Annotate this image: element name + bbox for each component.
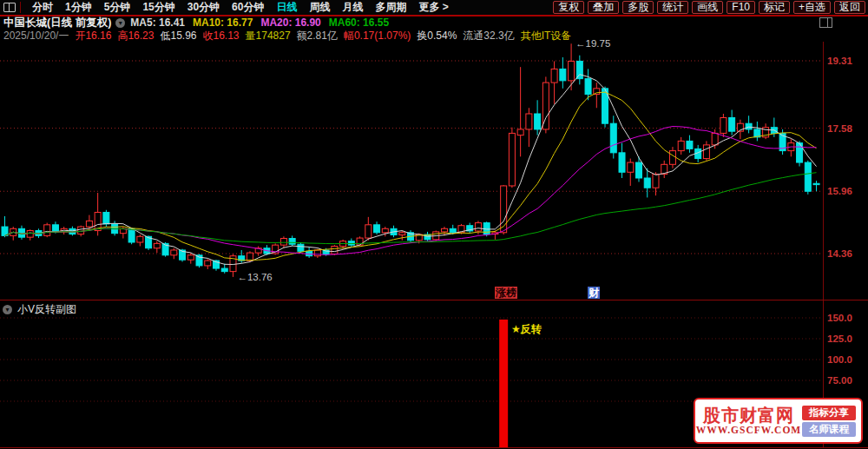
sub-panel-header: ▾ 小V反转副图: [3, 302, 76, 317]
price-axis-label-1: 17.58: [827, 123, 852, 134]
event-marker-0[interactable]: 涨榜: [495, 287, 517, 299]
svg-text:←19.75: ←19.75: [575, 38, 610, 49]
trading-app-window: 分时1分钟5分钟15分钟30分钟60分钟日线周线月线多周期更多 > 复权叠加多股…: [0, 0, 868, 449]
layout-toggle-icon[interactable]: [819, 17, 832, 28]
detail-item-0: 2025/10/20/一: [3, 29, 69, 43]
detail-item-6: 额2.81亿: [297, 29, 338, 43]
period-tab-4[interactable]: 30分钟: [187, 0, 220, 15]
price-axis-label-2: 15.96: [827, 186, 852, 196]
collapse-sub-icon[interactable]: ▾: [3, 305, 12, 314]
action-button-2[interactable]: 多股: [622, 1, 654, 14]
period-tab-0[interactable]: 分时: [32, 0, 53, 15]
action-button-8[interactable]: 返回: [834, 1, 865, 14]
info-row-1: 中国长城(日线 前复权) ▾ MA5: 16.41MA10: 16.77MA20…: [3, 17, 397, 29]
watermark-site-url: WWW.GSCFW.COM: [695, 425, 802, 436]
menu-divider: [20, 2, 21, 13]
sub-axis-label-2: 100.0: [827, 354, 852, 365]
detail-item-10: 其他IT设备: [521, 29, 572, 43]
svg-text:←13.76: ←13.76: [237, 272, 272, 282]
watermark-tag-2: 名师课程: [802, 422, 856, 437]
ma-legend-3: MA60: 16.55: [329, 17, 389, 29]
detail-item-3: 低15.96: [160, 29, 196, 43]
action-button-0[interactable]: 复权: [553, 1, 584, 14]
action-button-7[interactable]: +自选: [793, 1, 831, 14]
detail-item-9: 流通32.3亿: [463, 29, 514, 43]
watermark-tag-1: 指标分享: [802, 406, 856, 420]
detail-item-1: 开16.16: [75, 29, 111, 43]
detail-item-7: 幅0.17(1.07%): [344, 29, 411, 43]
ma-legend-0: MA5: 16.41: [130, 17, 185, 29]
info-row-2: 2025/10/20/一开16.16高16.23低15.96收16.13量174…: [3, 30, 577, 42]
detail-item-4: 收16.13: [203, 29, 240, 43]
event-marker-1[interactable]: 财: [588, 287, 600, 299]
sub-axis-label-1: 125.0: [827, 333, 852, 344]
ma-legend-1: MA10: 16.77: [193, 17, 253, 29]
period-tab-2[interactable]: 5分钟: [104, 0, 131, 15]
bottom-border: [0, 447, 868, 448]
menu-bar: 分时1分钟5分钟15分钟30分钟60分钟日线周线月线多周期更多 > 复权叠加多股…: [0, 0, 868, 17]
sub-axis-label-0: 150.0: [827, 313, 852, 323]
action-button-1[interactable]: 叠加: [588, 1, 619, 14]
ma-legend: MA5: 16.41MA10: 16.77MA20: 16.90MA60: 16…: [130, 17, 397, 29]
main-chart-canvas[interactable]: ←19.75←13.76: [0, 0, 868, 449]
watermark-text: 股市财富网 WWW.GSCFW.COM: [695, 406, 802, 436]
watermark-site-name: 股市财富网: [695, 406, 802, 425]
period-tab-7[interactable]: 周线: [309, 0, 330, 15]
toolbar-buttons: 复权叠加多股统计画线F10标记+自选返回: [549, 1, 868, 14]
action-button-3[interactable]: 统计: [657, 1, 688, 14]
price-axis-label-3: 14.36: [827, 248, 852, 259]
period-tabs: 分时1分钟5分钟15分钟30分钟60分钟日线周线月线多周期更多 >: [26, 0, 455, 15]
detail-item-5: 量174827: [246, 29, 291, 43]
window-split-icon[interactable]: [3, 3, 16, 12]
price-axis-label-0: 19.31: [827, 56, 852, 66]
period-tab-3[interactable]: 15分钟: [142, 0, 174, 15]
sub-panel-title: 小V反转副图: [17, 302, 76, 317]
action-button-5[interactable]: F10: [727, 1, 755, 14]
period-tab-8[interactable]: 月线: [342, 0, 363, 15]
period-tab-9[interactable]: 多周期: [375, 0, 406, 15]
price-axis-line: [823, 42, 824, 448]
sub-axis-label-3: 75.00: [827, 375, 852, 386]
watermark-card: 股市财富网 WWW.GSCFW.COM 指标分享 名师课程: [694, 398, 863, 444]
watermark-tags: 指标分享 名师课程: [802, 404, 861, 439]
panel-divider[interactable]: [0, 300, 868, 300]
period-tab-6[interactable]: 日线: [276, 0, 297, 15]
reversal-signal-label: ★反转: [511, 322, 542, 337]
period-tab-10[interactable]: 更多 >: [418, 0, 448, 15]
detail-item-2: 高16.23: [117, 29, 154, 43]
action-button-6[interactable]: 标记: [759, 1, 790, 14]
period-tab-1[interactable]: 1分钟: [65, 0, 92, 15]
action-button-4[interactable]: 画线: [692, 1, 723, 14]
period-tab-5[interactable]: 60分钟: [232, 0, 264, 15]
collapse-main-icon[interactable]: ▾: [115, 18, 125, 28]
detail-item-8: 换0.54%: [417, 29, 457, 43]
ma-legend-2: MA20: 16.90: [260, 17, 320, 29]
